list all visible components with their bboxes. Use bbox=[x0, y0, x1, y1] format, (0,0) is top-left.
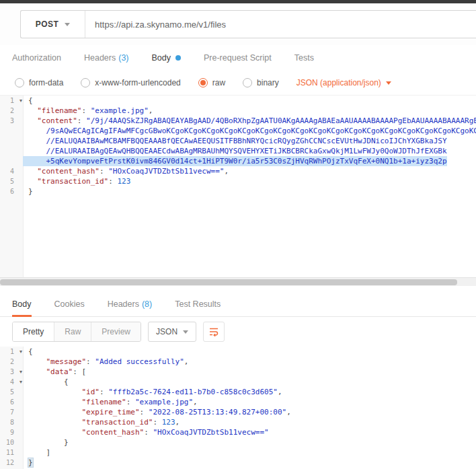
code-text: } bbox=[23, 437, 69, 447]
code-text: +5qKevYompveFtPrstK0ivm846GV0d14ct+1HiPT… bbox=[23, 156, 447, 166]
line-number: 3 bbox=[0, 116, 23, 126]
code-line[interactable]: /9sAQwECAgICAgIFAwMFCgcGBwoKCgoKCgoKCgoK… bbox=[0, 126, 476, 136]
request-tabs: AuthorizationHeaders(3)BodyPre-request S… bbox=[0, 45, 476, 71]
code-text: "filename": "example.jpg", bbox=[23, 397, 198, 407]
line-number bbox=[0, 146, 23, 156]
body-type-options: form-datax-www-form-urlencodedrawbinary bbox=[15, 78, 279, 87]
fold-arrow-icon[interactable]: ▾ bbox=[19, 347, 22, 357]
line-number: 12 bbox=[0, 458, 23, 468]
code-line[interactable]: 2 "filename": "example.jpg", bbox=[0, 106, 476, 116]
tab-label: Body bbox=[12, 299, 32, 309]
code-text: { bbox=[23, 96, 33, 106]
view-mode-preview[interactable]: Preview bbox=[91, 322, 141, 341]
scrollbar-thumb[interactable] bbox=[0, 279, 457, 285]
line-number: 3▾ bbox=[0, 367, 23, 377]
line-number: 10 bbox=[0, 437, 23, 447]
line-number: 1▾ bbox=[0, 347, 23, 357]
code-text: } bbox=[23, 186, 33, 196]
code-text: //EALURAAIBAgQEAwQHBQQEAAECdwABAgMRBAUhM… bbox=[23, 146, 447, 156]
line-number: 2 bbox=[0, 106, 23, 116]
code-line[interactable]: 12} bbox=[0, 458, 476, 468]
body-type-raw[interactable]: raw bbox=[198, 78, 225, 87]
tab-label: Pre-request Script bbox=[204, 53, 272, 63]
method-label: POST bbox=[36, 20, 58, 29]
tab-label: Headers bbox=[84, 53, 116, 63]
code-text: "data": [ bbox=[23, 367, 86, 377]
tab-label: Tests bbox=[294, 53, 314, 63]
code-line[interactable]: //EALUQAAIBAwMCBAMFBQQEAAABfQECAwAEEQUSI… bbox=[0, 136, 476, 146]
view-mode-pretty[interactable]: Pretty bbox=[13, 322, 54, 341]
tab-label: Test Results bbox=[175, 299, 221, 309]
fold-arrow-icon[interactable]: ▾ bbox=[19, 367, 22, 377]
body-type-x-www-form-urlencoded[interactable]: x-www-form-urlencoded bbox=[81, 78, 180, 87]
code-line[interactable]: 3▾ "data": [ bbox=[0, 367, 476, 377]
method-dropdown[interactable]: POST bbox=[21, 11, 85, 38]
code-line[interactable]: 10 } bbox=[0, 437, 476, 447]
code-line[interactable]: 8 "transaction_id": 123, bbox=[0, 417, 476, 427]
body-type-form-data[interactable]: form-data bbox=[15, 78, 63, 87]
code-line[interactable]: //EALURAAIBAgQEAwQHBQQEAAECdwABAgMRBAUhM… bbox=[0, 146, 476, 156]
url-input[interactable] bbox=[85, 11, 476, 38]
url-container: POST bbox=[20, 10, 476, 38]
content-type-dropdown[interactable]: JSON (application/json) bbox=[296, 78, 391, 87]
code-text: "content_hash": "HOxCoaqJVTDZbtSb11vecw=… bbox=[23, 166, 229, 176]
code-line[interactable]: 11 ] bbox=[0, 447, 476, 458]
radio-icon bbox=[243, 78, 252, 87]
fold-arrow-icon[interactable]: ▾ bbox=[19, 96, 22, 106]
code-line[interactable]: 5 "id": "fffb2a5c-7624-ed11-b7b0-c858c0c… bbox=[0, 387, 476, 397]
request-url-bar: POST bbox=[0, 3, 476, 45]
wrap-text-button[interactable] bbox=[203, 322, 225, 342]
code-line[interactable]: 4 "content_hash": "HOxCoaqJVTDZbtSb11vec… bbox=[0, 166, 476, 176]
code-text: "filename": "example.jpg", bbox=[23, 106, 153, 116]
code-text: ] bbox=[23, 447, 50, 458]
code-line[interactable]: 4▾ { bbox=[0, 377, 476, 387]
view-mode-raw[interactable]: Raw bbox=[54, 322, 91, 341]
code-line[interactable]: 3 "content": "/9j/4AAQSkZJRgABAQEAYABgAA… bbox=[0, 116, 476, 126]
response-tab-headers[interactable]: Headers(8) bbox=[108, 291, 153, 316]
code-line[interactable]: 2 "message": "Added successfully", bbox=[0, 357, 476, 367]
text-wrap-icon bbox=[208, 326, 219, 337]
code-line[interactable]: 7 "expire_time": "2022-08-25T13:13:49.82… bbox=[0, 407, 476, 417]
code-line[interactable]: 6} bbox=[0, 186, 476, 196]
response-tab-cookies[interactable]: Cookies bbox=[54, 291, 85, 316]
code-line[interactable]: 1▾{ bbox=[0, 96, 476, 106]
fold-arrow-icon[interactable]: ▾ bbox=[19, 377, 22, 387]
request-tab-body[interactable]: Body bbox=[152, 45, 182, 71]
request-tab-tests[interactable]: Tests bbox=[294, 45, 314, 71]
line-number bbox=[0, 156, 23, 166]
response-toolbar: PrettyRawPreview JSON bbox=[0, 317, 476, 347]
line-number: 4▾ bbox=[0, 377, 23, 387]
code-text: "expire_time": "2022-08-25T13:13:49.827+… bbox=[23, 407, 291, 417]
line-number: 6 bbox=[0, 186, 23, 196]
response-tab-test-results[interactable]: Test Results bbox=[175, 291, 221, 316]
request-body-editor[interactable]: 1▾{2 "filename": "example.jpg",3 "conten… bbox=[0, 95, 476, 277]
code-line[interactable]: 9 "content_hash": "HOxCoaqJVTDZbtSb11vec… bbox=[0, 427, 476, 437]
line-number: 6 bbox=[0, 397, 23, 407]
code-text: } bbox=[23, 458, 33, 468]
body-type-binary[interactable]: binary bbox=[243, 78, 279, 87]
line-number: 5 bbox=[0, 176, 23, 186]
line-number bbox=[0, 126, 23, 136]
line-number: 1▾ bbox=[0, 96, 23, 106]
line-number: 11 bbox=[0, 447, 23, 458]
radio-icon bbox=[81, 78, 90, 87]
code-line[interactable]: 5 "transaction_id": 123 bbox=[0, 176, 476, 186]
response-tab-body[interactable]: Body bbox=[12, 291, 32, 316]
content-type-label: JSON (application/json) bbox=[296, 78, 381, 87]
body-type-label: raw bbox=[212, 78, 225, 87]
tab-dot-indicator bbox=[175, 55, 181, 61]
response-body-editor[interactable]: 1▾{2 "message": "Added successfully",3▾ … bbox=[0, 347, 476, 469]
language-dropdown[interactable]: JSON bbox=[148, 322, 196, 342]
code-line[interactable]: +5qKevYompveFtPrstK0ivm846GV0d14ct+1HiPT… bbox=[0, 156, 476, 166]
code-line[interactable]: 6 "filename": "example.jpg", bbox=[0, 397, 476, 407]
body-type-label: binary bbox=[257, 78, 279, 87]
horizontal-scrollbar[interactable] bbox=[0, 277, 476, 286]
request-tab-pre-request-script[interactable]: Pre-request Script bbox=[204, 45, 272, 71]
code-text: //EALUQAAIBAwMCBAMFBQQEAAABfQECAwAEEQUSI… bbox=[23, 136, 447, 146]
request-tab-headers[interactable]: Headers(3) bbox=[84, 45, 129, 71]
view-mode-switcher: PrettyRawPreview bbox=[12, 322, 141, 342]
body-type-row: form-datax-www-form-urlencodedrawbinary … bbox=[0, 71, 476, 95]
request-tab-authorization[interactable]: Authorization bbox=[12, 45, 61, 71]
code-line[interactable]: 1▾{ bbox=[0, 347, 476, 357]
body-type-label: x-www-form-urlencoded bbox=[95, 78, 180, 87]
